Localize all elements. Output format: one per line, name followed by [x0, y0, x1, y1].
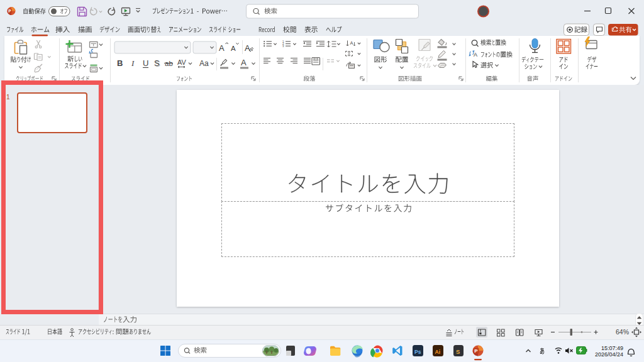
- svg-text:A: A: [231, 45, 236, 52]
- svg-text:I: I: [131, 58, 135, 68]
- svg-text:Ai: Ai: [435, 349, 441, 355]
- svg-text:P: P: [474, 348, 478, 354]
- svg-text:S: S: [154, 58, 160, 68]
- svg-text:A: A: [219, 43, 225, 53]
- svg-text:A: A: [474, 52, 477, 58]
- svg-text:S: S: [456, 348, 460, 355]
- svg-text:A: A: [241, 58, 247, 67]
- svg-text:B: B: [117, 58, 123, 68]
- svg-text:2026/04/24: 2026/04/24: [595, 351, 623, 358]
- svg-text:Ps: Ps: [414, 349, 421, 355]
- svg-text:AV: AV: [177, 58, 187, 66]
- svg-text:Aa: Aa: [199, 59, 209, 68]
- svg-text:A: A: [245, 43, 250, 53]
- svg-text:A: A: [350, 40, 353, 46]
- svg-text:3: 3: [282, 45, 284, 48]
- svg-text:15:07:49: 15:07:49: [601, 345, 623, 351]
- svg-text:P: P: [8, 9, 11, 13]
- svg-text:U: U: [143, 58, 148, 68]
- svg-text:64%: 64%: [616, 328, 629, 336]
